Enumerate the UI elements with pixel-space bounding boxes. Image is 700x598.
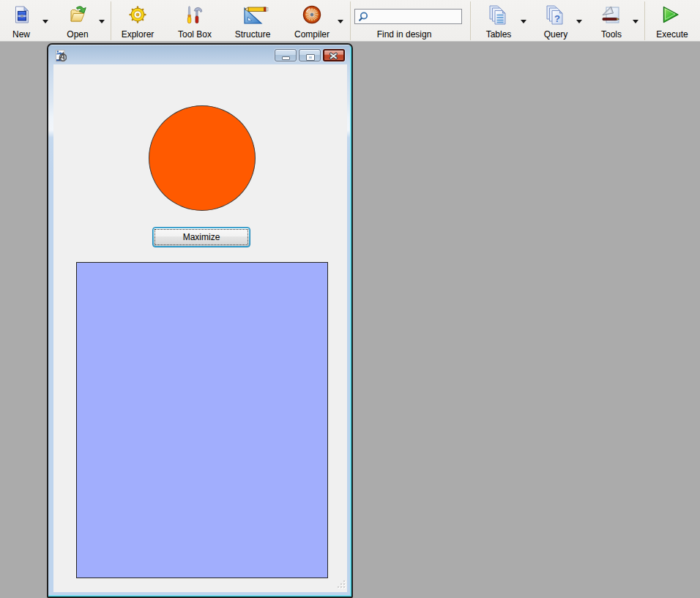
svg-text:?: ?: [554, 13, 560, 24]
